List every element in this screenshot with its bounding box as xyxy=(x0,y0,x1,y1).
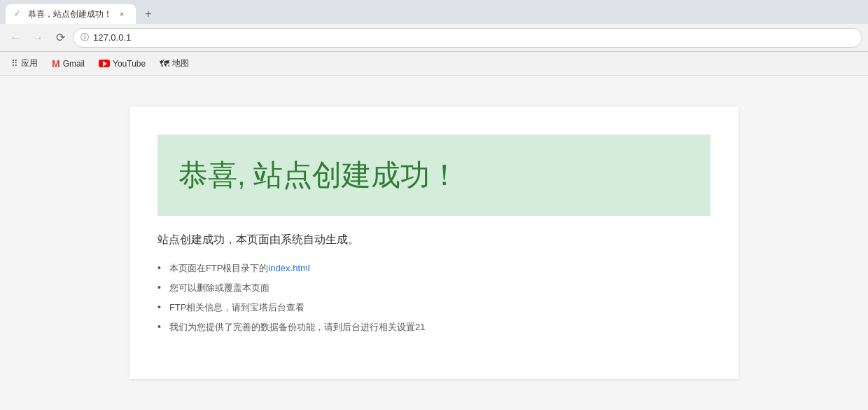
index-link[interactable]: index.html xyxy=(268,263,309,273)
tab-title: 恭喜，站点创建成功！ xyxy=(28,8,112,20)
success-banner: 恭喜, 站点创建成功！ xyxy=(158,135,710,216)
nav-bar: ← → ⟳ ⓘ 127.0.0.1 xyxy=(0,24,868,52)
list-item: 我们为您提供了完善的数据备份功能，请到后台进行相关设置21 xyxy=(158,317,710,337)
apps-label: 应用 xyxy=(21,57,38,69)
success-desc: 站点创建成功，本页面由系统自动生成。 xyxy=(158,233,710,247)
content-card: 恭喜, 站点创建成功！ 站点创建成功，本页面由系统自动生成。 本页面在FTP根目… xyxy=(130,107,738,379)
gmail-icon: M xyxy=(52,58,60,69)
page-content: 恭喜, 站点创建成功！ 站点创建成功，本页面由系统自动生成。 本页面在FTP根目… xyxy=(0,76,868,410)
success-title: 恭喜, 站点创建成功！ xyxy=(178,156,690,195)
list-item: FTP相关信息，请到宝塔后台查看 xyxy=(158,298,710,317)
bookmark-maps[interactable]: 🗺 地图 xyxy=(154,55,195,72)
bookmark-gmail[interactable]: M Gmail xyxy=(46,55,90,72)
forward-button[interactable]: → xyxy=(28,28,48,48)
new-tab-button[interactable]: + xyxy=(139,4,158,24)
back-button[interactable]: ← xyxy=(6,28,25,48)
tab-favicon: ✓ xyxy=(14,9,24,19)
bullet-text-4: 我们为您提供了完善的数据备份功能，请到后台进行相关设置21 xyxy=(169,321,425,334)
list-item: 您可以删除或覆盖本页面 xyxy=(158,278,710,298)
list-item: 本页面在FTP根目录下的index.html xyxy=(158,259,710,278)
bookmark-apps[interactable]: ⠿ 应用 xyxy=(6,55,43,72)
bookmark-youtube[interactable]: YouTube xyxy=(93,56,151,71)
gmail-label: Gmail xyxy=(63,59,85,69)
bullet-text-2: 您可以删除或覆盖本页面 xyxy=(169,282,270,294)
active-tab[interactable]: ✓ 恭喜，站点创建成功！ × xyxy=(6,4,136,24)
bullet-text-3: FTP相关信息，请到宝塔后台查看 xyxy=(169,301,305,314)
address-bar[interactable]: ⓘ 127.0.0.1 xyxy=(73,28,862,48)
secure-icon: ⓘ xyxy=(80,32,89,43)
youtube-play-icon xyxy=(103,61,107,67)
browser-chrome: ✓ 恭喜，站点创建成功！ × + ← → ⟳ ⓘ 127.0.0.1 ⠿ 应用 … xyxy=(0,0,868,76)
bullet-text-1: 本页面在FTP根目录下的index.html xyxy=(169,262,310,275)
maps-label: 地图 xyxy=(172,57,189,69)
maps-icon: 🗺 xyxy=(160,58,169,69)
title-bar: ✓ 恭喜，站点创建成功！ × + xyxy=(0,0,868,24)
reload-button[interactable]: ⟳ xyxy=(50,28,70,48)
bookmarks-bar: ⠿ 应用 M Gmail YouTube 🗺 地图 xyxy=(0,52,868,76)
apps-icon: ⠿ xyxy=(11,58,18,69)
bullet-list: 本页面在FTP根目录下的index.html 您可以删除或覆盖本页面 FTP相关… xyxy=(158,259,710,337)
tab-close-button[interactable]: × xyxy=(116,8,127,20)
youtube-icon xyxy=(99,60,110,67)
url-text: 127.0.0.1 xyxy=(93,32,131,43)
tab-bar: ✓ 恭喜，站点创建成功！ × + xyxy=(6,0,158,24)
youtube-label: YouTube xyxy=(113,59,146,69)
